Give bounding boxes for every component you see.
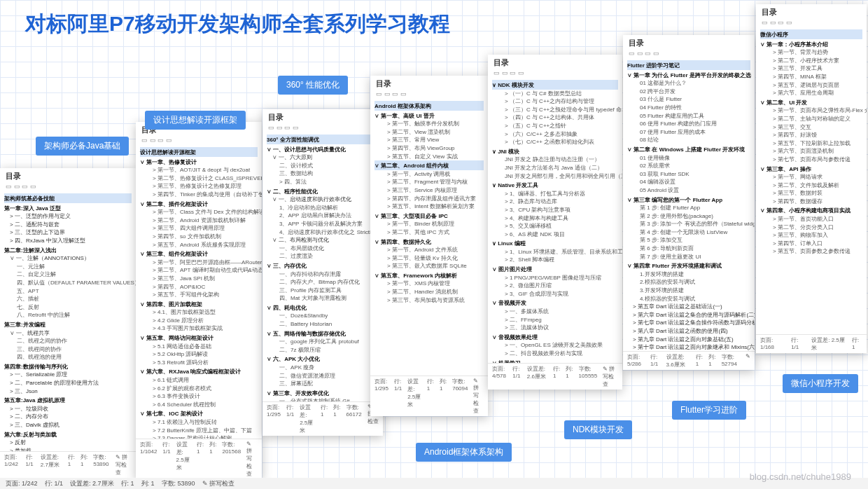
outline-item[interactable]: > （三）C 与 C++之预处理命令与用 typedef 命名已有类型	[492, 106, 618, 114]
outline-item[interactable]: JNI 开发之局部引用，全局引用和弱全局引用（三）	[492, 172, 618, 181]
outline-item[interactable]: 3.开发环境的搭建	[627, 287, 750, 295]
outline-item[interactable]: Flutter 进阶学习笔记	[627, 60, 750, 70]
outline-item[interactable]: ∨ 四、耗电优化	[267, 303, 379, 312]
outline-item[interactable]: > 第一节、背景与趋势	[760, 48, 862, 57]
outline-item[interactable]: 第 5 步: 添加交互	[627, 236, 750, 245]
outline-item[interactable]: > 二、抖音视频效果分析与实现	[492, 350, 618, 358]
outline-item[interactable]: > （五）C 与 C++之指针	[492, 122, 618, 130]
outline-item[interactable]: ∨ 一、注解（ANNOTATIONS）	[4, 254, 132, 263]
outline-item[interactable]: > 第四节、好滚馒	[760, 131, 862, 139]
outline-item[interactable]: > 1、编译器、打包工具与分析器	[492, 190, 618, 198]
outline-item[interactable]: ∨ 机器学习	[492, 358, 618, 363]
panel-toolbar[interactable]: ▭ ▭ ▭ ▭	[488, 69, 622, 78]
outline-item[interactable]: ∨ 一、启动速度和执行效率优化	[267, 195, 379, 204]
outline-item[interactable]: 3、APP 卡顿问题分析及解决方案	[267, 220, 379, 228]
outline-item[interactable]: > 6.1 链式调用	[140, 376, 258, 385]
outline-item[interactable]: 二、内存大户、Bitmap 内存优化	[267, 278, 379, 287]
outline-item[interactable]: 二、设计模式	[267, 162, 379, 170]
outline-item[interactable]: > （四）C 与 C++之结构体、共用体	[492, 113, 618, 122]
outline-item[interactable]: > 5.2 OkHttp 源码解读	[140, 350, 258, 359]
outline-item[interactable]: > 第一节、首页功能入口	[760, 215, 862, 223]
outline-item[interactable]: > 2、Shell 脚本编程	[492, 256, 618, 264]
outline-item[interactable]: 06 使用 Flutter 构建的热门应用	[627, 120, 750, 128]
outline-item[interactable]: > 1、Linux 环境搭建、系统管理、目录系统和工具使用（vim 等	[492, 248, 618, 256]
outline-item[interactable]: > 第五节、自定义 View 实战	[374, 153, 484, 161]
outline-item[interactable]: 架构师筑基必备技能	[4, 193, 132, 203]
outline-item[interactable]: > 第一节、触摸事件分发机制	[374, 120, 484, 128]
outline-item[interactable]: ∨ JNI 模块	[492, 146, 618, 156]
outline-item[interactable]: 一、google 序列化工具 protobuf	[267, 338, 379, 346]
outline-item[interactable]: > 第五节、Android 系统服务实现原理	[140, 241, 258, 249]
outline-item[interactable]: > 1 PNG/JPEG/WEBP 图像处理与压缩	[492, 274, 618, 282]
outline-item[interactable]: > 三、Dalvik 虚拟机	[4, 421, 132, 429]
outline-item[interactable]: 第二章:注解深入浅出	[4, 245, 132, 255]
outline-item[interactable]: > 第一节、Activity 调用栈	[374, 170, 484, 179]
outline-item[interactable]: ∨ NDK 模块开发	[492, 80, 618, 90]
outline-item[interactable]: 二、7z 极限压缩	[267, 346, 379, 354]
outline-item[interactable]: > 第二节、Android 资源加载机制详解	[140, 216, 258, 225]
outline-item[interactable]: > 第三节、布局加载与资源系统	[374, 296, 484, 305]
outline-item[interactable]: 二、自定义注解	[4, 270, 132, 279]
outline-item[interactable]: 一、Doze&Standby	[267, 312, 379, 320]
outline-item[interactable]: > 3、GIF 合成原理与实现	[492, 290, 618, 298]
outline-item[interactable]: > 第四节、数据缓存	[760, 198, 862, 206]
outline-item[interactable]: ∨ Native 开发工具	[492, 180, 618, 190]
outline-item[interactable]: > 二、Parcelable 的原理和使用方法	[4, 379, 132, 387]
outline-item[interactable]: ∨ 一、六大原则	[267, 153, 379, 162]
outline-item[interactable]: ∨ 第五章、Framework 内核解析	[374, 270, 484, 280]
outline-item[interactable]: 第一章:深入 Java 泛型	[4, 203, 132, 213]
panel-toolbar[interactable]: ▭ ▭ ▭ ▭	[0, 183, 136, 192]
outline-item[interactable]: ∨ 第一章、高级 UI 晋升	[374, 111, 484, 120]
outline-item[interactable]: > 第二节、小程序技术方案	[760, 57, 862, 65]
outline-item[interactable]: JNI 开发之 静态注册与动态注册（一）	[492, 156, 618, 164]
outline-item[interactable]: > 7.2 ButterKnife 原理上篇、中篇、下篇	[140, 427, 258, 435]
outline-item[interactable]: > 第三节、数据封装	[760, 189, 862, 198]
outline-item[interactable]: > 第三节、Java SPI 机制	[140, 275, 258, 283]
outline-item[interactable]: ∨ 第四章、图片加载框架	[140, 299, 258, 309]
outline-item[interactable]: 二、过度渲染	[267, 252, 379, 261]
outline-item[interactable]: 三、数据结构	[267, 170, 379, 178]
outline-item[interactable]: 360° 全方面性能调优	[267, 135, 379, 144]
outline-item[interactable]: 01 这都是为什么？	[627, 79, 750, 88]
outline-item[interactable]: 三、线程间的协作	[4, 345, 132, 354]
outline-item[interactable]: > 第五节、下拉刷新和上拉加载	[760, 139, 862, 148]
outline-item[interactable]: ∨ 第三章、开发效率优化	[267, 388, 379, 398]
outline-item[interactable]: 02 跨平台开发	[627, 88, 750, 96]
outline-item[interactable]: 1.开发环境的搭建	[627, 270, 750, 279]
outline-item[interactable]: 八、Retrofit 中的注解	[4, 311, 132, 319]
outline-item[interactable]: > 第一节、页面布局之弹性布局-Flex 介绍	[760, 106, 862, 115]
outline-item[interactable]: > 第三节、常用 View	[374, 136, 484, 144]
outline-item[interactable]: > 第十章 Dart 语法篇之面向对象继承和 Mixins(六)	[627, 343, 750, 351]
outline-item[interactable]: > 第一节、XMS 内核管理	[374, 280, 484, 288]
outline-item[interactable]: > 第二节、轻量级 Kv 持久化	[374, 254, 484, 263]
outline-item[interactable]: > 一、泛型的作用与定义	[4, 212, 132, 221]
outline-item[interactable]: ∨ 第一章 为什么 Flutter 是跨平台开发的终极之选	[627, 70, 750, 80]
outline-item[interactable]: > 第三节、交互	[760, 123, 862, 132]
outline-item[interactable]: 03 什么是 Flutter	[627, 95, 750, 104]
outline-item[interactable]: > 四、RxJava 中深入理解泛型	[4, 237, 132, 245]
outline-item[interactable]: JNI 开发之方法签名与 Java 通信（二）	[492, 164, 618, 172]
outline-item[interactable]: 第 7 步: 使用主题更改 UI	[627, 253, 750, 261]
outline-item[interactable]: ∨ 第三章、大型项目必备 IPC	[374, 211, 484, 221]
outline-item[interactable]: > 四、算法	[267, 178, 379, 186]
outline-item[interactable]: > 第六节、应用生命周期	[760, 89, 862, 97]
outline-item[interactable]: > 第五节、页面参数之参数传递	[760, 247, 862, 256]
outline-item[interactable]: 08 结论	[627, 136, 750, 144]
outline-item[interactable]: ∨ 第三章、API 操作	[760, 164, 862, 174]
outline-item[interactable]: > 第四节、so 文件加载机制	[140, 233, 258, 241]
outline-item[interactable]: 05 Flutter 构建应用的工具	[627, 112, 750, 120]
outline-item[interactable]: > 第四节、AOP&IOC	[140, 283, 258, 291]
outline-item[interactable]: ∨ 第五章、网络访问框架设计	[140, 333, 258, 343]
panel-toolbar[interactable]: ▭ ▭ ▭ ▭	[136, 137, 262, 146]
outline-item[interactable]: > 第一节、Android 文件系统	[374, 246, 484, 254]
outline-item[interactable]: > 第一节、Binder 机制原理	[374, 220, 484, 228]
outline-item[interactable]: > 第四节、布局 ViewGroup	[374, 144, 484, 153]
outline-item[interactable]: > 二、通配符与嵌套	[4, 221, 132, 229]
outline-item[interactable]: > （七）C/C++ 之函数和初始化列表	[492, 138, 618, 146]
outline-item[interactable]: ∨ 一、线程共享	[4, 329, 132, 338]
outline-item[interactable]: ∨ 音视频开发	[492, 298, 618, 308]
outline-item[interactable]: 第六章:反射与类加载	[4, 429, 132, 439]
outline-item[interactable]: ∨ 第四章、小程序构建电商项目实战	[760, 205, 862, 215]
outline-item[interactable]: 第 1 步: 创建 Flutter App	[627, 204, 750, 212]
outline-item[interactable]: ∨ 图片图片处理	[492, 264, 618, 274]
